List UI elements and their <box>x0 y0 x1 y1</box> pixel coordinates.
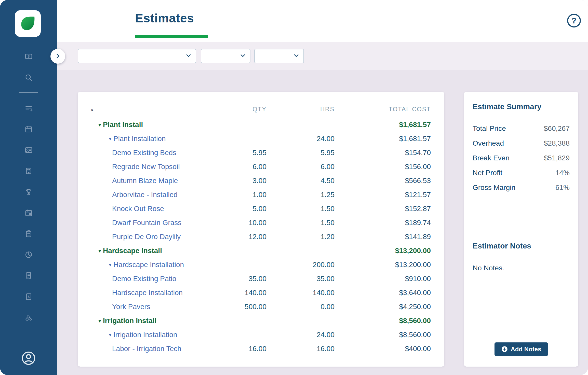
summary-row: Gross Margin 61% <box>473 180 570 195</box>
table-row[interactable]: ▾Plant Install $1,681.57 <box>90 118 431 132</box>
header: Estimates ? <box>57 0 588 42</box>
table-row[interactable]: Demo Existing Patio 35.00 35.00 $910.00 <box>90 272 431 286</box>
collapse-toggle-icon[interactable]: ▾ <box>109 136 111 142</box>
row-label[interactable]: Demo Existing Beds <box>112 149 176 157</box>
help-button[interactable]: ? <box>566 13 582 29</box>
add-notes-button[interactable]: Add Notes <box>495 342 548 356</box>
row-label[interactable]: Hardscape Installation <box>113 261 184 269</box>
collapse-toggle-icon[interactable]: ▾ <box>99 248 101 254</box>
table-row[interactable]: ▾Irrigation Installation 24.00 $8,560.00 <box>90 328 431 342</box>
row-hrs: 1.50 <box>266 205 335 213</box>
chevron-down-icon <box>293 52 300 60</box>
table-row[interactable]: ▾Hardscape Install $13,200.00 <box>90 244 431 258</box>
row-label[interactable]: Dwarf Fountain Grass <box>112 219 181 227</box>
column-header-qty: QTY <box>221 106 266 113</box>
summary-value: $28,388 <box>544 139 570 147</box>
row-label[interactable]: Purple De Oro Daylily <box>112 233 181 241</box>
row-total-cost: $400.00 <box>335 345 431 353</box>
expand-all-icon[interactable]: ▸ <box>90 107 94 112</box>
column-header-total-cost: TOTAL COST <box>335 106 431 113</box>
row-label[interactable]: Regrade New Topsoil <box>112 163 180 171</box>
search-icon[interactable] <box>24 73 33 82</box>
timesheet-icon[interactable] <box>24 230 33 238</box>
row-total-cost: $156.00 <box>335 163 431 171</box>
row-qty: 12.00 <box>221 233 266 241</box>
row-total-cost: $13,200.00 <box>335 247 431 255</box>
chevron-right-icon <box>54 52 62 61</box>
row-qty: 140.00 <box>221 289 266 297</box>
table-row[interactable]: Knock Out Rose 5.00 1.50 $152.87 <box>90 202 431 216</box>
chevron-down-icon <box>185 52 192 60</box>
sidebar-expand-button[interactable] <box>50 49 65 64</box>
row-hrs: 1.20 <box>266 233 335 241</box>
jobsite-icon[interactable] <box>24 167 33 175</box>
collapse-toggle-icon[interactable]: ▾ <box>109 262 111 268</box>
row-label[interactable]: Plant Installation <box>113 135 166 143</box>
row-hrs: 24.00 <box>266 135 335 143</box>
table-row[interactable]: ▾Hardscape Installation 200.00 $13,200.0… <box>90 258 431 272</box>
status-filter-select[interactable] <box>254 49 304 63</box>
estimate-items-card: ▸ QTY HRS TOTAL COST ▾Plant Install $1,6… <box>78 92 444 367</box>
estimate-summary-card: Estimate Summary Total Price $60,267 Ove… <box>464 92 578 367</box>
row-label[interactable]: Irrigation Installation <box>113 331 177 339</box>
table-row[interactable]: Regrade New Topsoil 6.00 6.00 $156.00 <box>90 160 431 174</box>
row-qty: 35.00 <box>221 275 266 283</box>
table-row[interactable]: Demo Existing Beds 5.95 5.95 $154.70 <box>90 146 431 160</box>
trophy-icon[interactable] <box>24 188 33 196</box>
row-label[interactable]: Irrigation Install <box>103 317 156 325</box>
table-row[interactable]: ▾Plant Installation 24.00 $1,681.57 <box>90 132 431 146</box>
row-hrs: 0.00 <box>266 303 335 311</box>
collapse-toggle-icon[interactable]: ▾ <box>99 318 101 324</box>
summary-value: $51,829 <box>544 154 570 162</box>
row-label[interactable]: Labor - Irrigation Tech <box>112 345 181 353</box>
row-label[interactable]: Autumn Blaze Maple <box>112 177 178 185</box>
add-notes-label: Add Notes <box>511 346 541 353</box>
row-hrs: 24.00 <box>266 331 335 339</box>
svg-text:$: $ <box>28 295 30 299</box>
filter-bar <box>57 42 588 70</box>
table-row[interactable]: Arborvitae - Installed 1.00 1.25 $121.57 <box>90 188 431 202</box>
estimates-icon[interactable] <box>24 104 33 113</box>
table-row[interactable]: ▾Irrigation Install $8,560.00 <box>90 314 431 328</box>
crew-card-icon[interactable] <box>24 146 33 154</box>
collapse-toggle-icon[interactable]: ▾ <box>109 332 111 338</box>
leaf-logo-icon <box>19 15 36 33</box>
app-logo[interactable] <box>15 10 41 37</box>
table-header-row: ▸ QTY HRS TOTAL COST <box>90 101 431 118</box>
row-hrs: 1.50 <box>266 219 335 227</box>
summary-label: Net Profit <box>473 169 502 177</box>
row-qty: 16.00 <box>221 345 266 353</box>
row-total-cost: $566.53 <box>335 177 431 185</box>
row-total-cost: $3,640.00 <box>335 289 431 297</box>
notes-icon[interactable] <box>24 271 33 280</box>
invoice-icon[interactable]: $ <box>24 293 33 301</box>
schedule-icon[interactable] <box>24 209 33 217</box>
table-row[interactable]: Purple De Oro Daylily 12.00 1.20 $141.89 <box>90 230 431 244</box>
row-label[interactable]: Hardscape Installation <box>112 289 183 297</box>
collapse-toggle-icon[interactable]: ▾ <box>99 122 101 128</box>
row-total-cost: $1,681.57 <box>335 135 431 143</box>
table-row[interactable]: York Pavers 500.00 0.00 $4,250.00 <box>90 300 431 314</box>
row-total-cost: $8,560.00 <box>335 331 431 339</box>
reports-icon[interactable] <box>24 251 33 259</box>
row-label[interactable]: Plant Install <box>103 121 143 129</box>
row-label[interactable]: York Pavers <box>112 303 150 311</box>
money-card-icon[interactable]: $ <box>24 52 33 61</box>
table-row[interactable]: Labor - Irrigation Tech 16.00 16.00 $400… <box>90 342 431 356</box>
row-label[interactable]: Knock Out Rose <box>112 205 164 213</box>
row-label[interactable]: Hardscape Install <box>103 247 162 255</box>
notes-empty-text: No Notes. <box>473 264 570 272</box>
table-row[interactable]: Hardscape Installation 140.00 140.00 $3,… <box>90 286 431 300</box>
row-label[interactable]: Demo Existing Patio <box>112 275 176 283</box>
calendar-icon[interactable] <box>24 125 33 133</box>
profile-icon[interactable] <box>21 350 36 366</box>
year-filter-select[interactable] <box>201 49 250 63</box>
estimate-filter-select[interactable] <box>78 49 196 63</box>
equipment-icon[interactable] <box>24 313 33 322</box>
table-row[interactable]: Autumn Blaze Maple 3.00 4.50 $566.53 <box>90 174 431 188</box>
summary-label: Break Even <box>473 154 510 162</box>
row-qty: 500.00 <box>221 303 266 311</box>
row-label[interactable]: Arborvitae - Installed <box>112 191 178 199</box>
table-row[interactable]: Dwarf Fountain Grass 10.00 1.50 $189.74 <box>90 216 431 230</box>
help-icon: ? <box>566 25 582 29</box>
